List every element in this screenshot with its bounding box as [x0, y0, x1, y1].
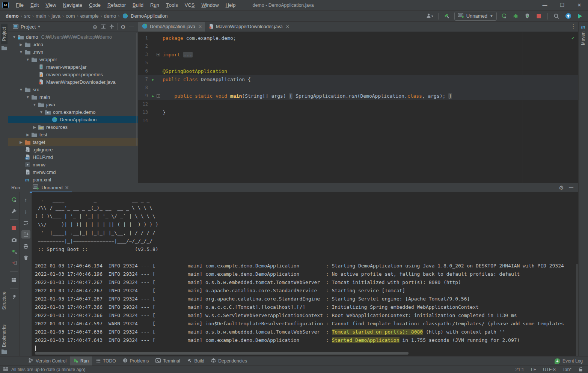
- fold-plus-icon[interactable]: +: [157, 53, 160, 56]
- run-console[interactable]: . ____ _ __ _ _ /\\ / ___'_ __ _ _(_)_ _…: [32, 192, 578, 356]
- tree-item-demoapplication[interactable]: DemoApplication: [8, 116, 138, 123]
- exit-icon[interactable]: [9, 259, 18, 267]
- menu-edit[interactable]: Edit: [27, 0, 42, 11]
- tree-item-.mvn[interactable]: ▼.mvn: [8, 48, 138, 56]
- user-dropdown-icon[interactable]: ▾: [425, 12, 434, 20]
- rerun-icon[interactable]: [499, 12, 508, 20]
- tree-item-.idea[interactable]: ▶.idea: [8, 41, 138, 48]
- down-stacktrace-icon[interactable]: ↓: [21, 207, 30, 215]
- code-line-8[interactable]: 8: [138, 83, 578, 92]
- clear-all-icon[interactable]: [21, 254, 30, 262]
- run-tab-unnamed[interactable]: Unnamed ✕: [30, 183, 72, 192]
- chevron-down-icon[interactable]: ▼: [18, 50, 24, 54]
- tree-item-test[interactable]: ▶test: [8, 131, 138, 138]
- chevron-right-icon[interactable]: ▶: [32, 125, 38, 129]
- close-icon[interactable]: ✕: [65, 185, 69, 190]
- menu-navigate[interactable]: Navigate: [60, 0, 86, 11]
- indent-style[interactable]: Tab*: [562, 367, 571, 372]
- line-separator[interactable]: LF: [531, 367, 536, 372]
- console-horizontal-scrollbar[interactable]: [35, 352, 409, 355]
- print-icon[interactable]: [21, 242, 30, 250]
- run-gutter-icon[interactable]: ▶: [150, 77, 156, 82]
- breadcrumb-item-com[interactable]: com: [65, 13, 76, 19]
- pin-tab-icon[interactable]: [9, 293, 18, 301]
- breadcrumb-item-demo[interactable]: demo: [5, 13, 20, 19]
- chevron-down-icon[interactable]: ▼: [11, 35, 17, 39]
- editor-tab-demoapplication-java[interactable]: DemoApplication.java✕: [138, 22, 205, 32]
- search-everywhere-icon[interactable]: [552, 12, 561, 20]
- fold-marker-icon[interactable]: +: [156, 94, 161, 98]
- menu-tools[interactable]: Tools: [163, 0, 181, 11]
- tree-item-maven-wrapper.properties[interactable]: maven-wrapper.properties: [8, 71, 138, 78]
- attach-debugger-icon[interactable]: [9, 247, 18, 255]
- tree-item-mavenwrapperdownloader.java[interactable]: MavenWrapperDownloader.java: [8, 78, 138, 86]
- chevron-down-icon[interactable]: ▼: [32, 103, 38, 107]
- tree-item-mvnw.cmd[interactable]: mvnw.cmd: [8, 168, 138, 176]
- collapse-all-icon[interactable]: [107, 23, 116, 30]
- gear-icon[interactable]: ⚙: [119, 23, 127, 30]
- menu-vcs[interactable]: VCS: [181, 0, 198, 11]
- close-icon[interactable]: ✕: [571, 0, 588, 10]
- code-line-12[interactable]: 12: [138, 100, 578, 108]
- chevron-down-icon[interactable]: ▼: [38, 110, 44, 114]
- close-icon[interactable]: ✕: [198, 24, 202, 29]
- tree-item-wrapper[interactable]: ▼wrapper: [8, 56, 138, 63]
- tree-item-com.example.demo[interactable]: ▼com.example.demo: [8, 108, 138, 116]
- code-line-3[interactable]: 3+import ...: [138, 50, 578, 59]
- breadcrumb-item-demo[interactable]: demo: [103, 13, 118, 19]
- tool-button-run[interactable]: Run: [70, 356, 92, 366]
- update-project-icon[interactable]: [564, 12, 573, 20]
- menu-build[interactable]: Build: [129, 0, 147, 11]
- breadcrumb-item-src[interactable]: src: [23, 13, 32, 19]
- maximize-icon[interactable]: ❒: [553, 0, 571, 10]
- code-line-5[interactable]: 5: [138, 59, 578, 67]
- tree-item-target[interactable]: ▶target: [8, 138, 138, 146]
- editor-tab-mavenwrapperdownloader-java[interactable]: MavenWrapperDownloader.java✕: [205, 22, 292, 32]
- fold-marker-icon[interactable]: +: [156, 53, 161, 56]
- chevron-right-icon[interactable]: ▶: [18, 140, 24, 144]
- close-icon[interactable]: ✕: [286, 24, 289, 29]
- debug-icon[interactable]: [511, 12, 520, 20]
- event-log-button[interactable]: 4 Event Log: [555, 358, 588, 364]
- colored-play-icon[interactable]: [575, 12, 584, 20]
- tree-item-main[interactable]: ▼main: [8, 93, 138, 101]
- breadcrumb-item-java[interactable]: java: [50, 13, 62, 19]
- chevron-down-icon[interactable]: ▼: [25, 57, 31, 62]
- up-stacktrace-icon[interactable]: ↑: [21, 195, 30, 204]
- tree-item-maven-wrapper.jar[interactable]: maven-wrapper.jar: [8, 63, 138, 71]
- edit-configuration-icon[interactable]: [9, 207, 18, 215]
- run-gutter-icon[interactable]: ▶: [150, 94, 156, 98]
- stop-icon[interactable]: [9, 224, 18, 232]
- tool-button-build[interactable]: Build: [184, 356, 208, 366]
- chevron-down-icon[interactable]: ▼: [25, 95, 31, 99]
- tree-item-mvnw[interactable]: mvnw: [8, 161, 138, 168]
- menu-file[interactable]: File: [12, 0, 27, 11]
- code-line-9[interactable]: 9▶+ public static void main(String[] arg…: [138, 92, 578, 100]
- console-vertical-scrollbar[interactable]: [576, 264, 578, 356]
- tree-item-help.md[interactable]: MDHELP.md: [8, 153, 138, 161]
- menu-refactor[interactable]: Refactor: [104, 0, 129, 11]
- menu-help[interactable]: Help: [222, 0, 239, 11]
- menu-run[interactable]: Run: [147, 0, 163, 11]
- code-line-13[interactable]: 13}: [138, 108, 578, 116]
- hide-panel-icon[interactable]: —: [127, 23, 136, 30]
- tree-item-resources[interactable]: ▶resources: [8, 123, 138, 131]
- code-line-14[interactable]: 14: [138, 116, 578, 125]
- readonly-lock-icon[interactable]: [578, 367, 583, 373]
- caret-position[interactable]: 21:1: [516, 367, 524, 372]
- breadcrumb-item-example[interactable]: example: [79, 13, 100, 19]
- chevron-right-icon[interactable]: ▶: [25, 133, 31, 137]
- locate-file-icon[interactable]: ⊕: [91, 23, 99, 30]
- gear-icon[interactable]: ⚙: [557, 184, 565, 191]
- stop-icon[interactable]: [534, 12, 543, 20]
- code-line-6[interactable]: 6@SpringBootApplication: [138, 67, 578, 75]
- thread-dump-icon[interactable]: [9, 236, 18, 244]
- tree-item-demo[interactable]: ▼demoC:₩Users₩W₩Desktop₩demo: [8, 33, 138, 41]
- tree-item-src[interactable]: ▼src: [8, 86, 138, 93]
- tool-button-problems[interactable]: Problems: [119, 356, 152, 366]
- tool-stripe-structure[interactable]: BookmarksStructure: [0, 289, 8, 312]
- scroll-to-end-icon[interactable]: [21, 230, 30, 239]
- chevron-down-icon[interactable]: ▼: [18, 88, 24, 92]
- tool-stripe-bookmarks[interactable]: Bookmarks: [0, 322, 8, 357]
- build-hammer-icon[interactable]: [443, 12, 452, 20]
